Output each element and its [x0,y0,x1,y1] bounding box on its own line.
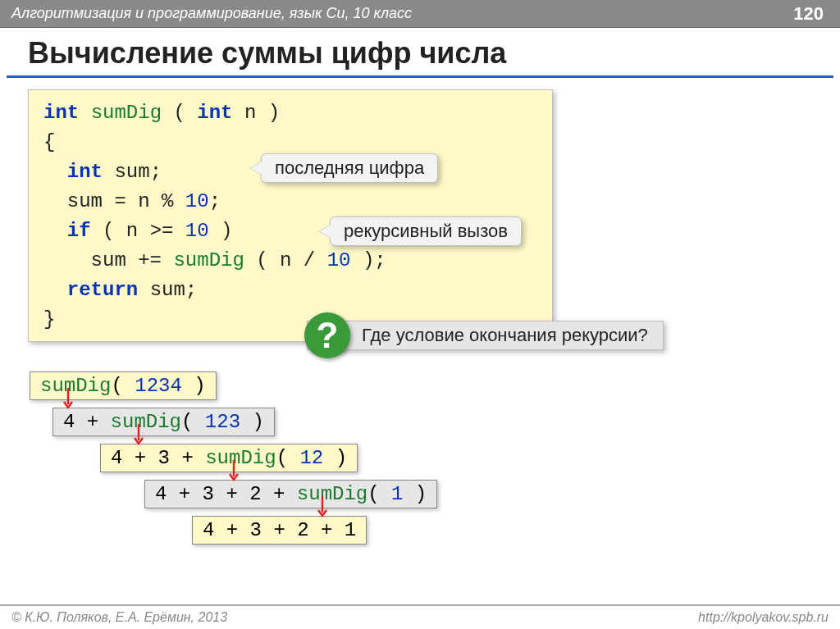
code-text: ) [403,483,427,505]
code-text: sum = n % [43,190,185,212]
code-text: ) [240,411,264,433]
code-text: ( [181,411,205,433]
num-literal: 10 [185,220,209,242]
kw-int: int [43,102,79,124]
copyright-text: © К.Ю. Поляков, Е.А. Ерёмин, 2013 [11,610,227,625]
trace-step-5: 4 + 3 + 2 + 1 [192,516,367,545]
kw-return: return [67,279,138,301]
question-text: Где условие окончания рекурсии? [362,325,648,345]
site-url-text: http://kpolyakov.spb.ru [698,610,829,625]
trace-step-3: 4 + 3 + sumDig( 12 ) [100,444,358,472]
slide-title: Вычисление суммы цифр числа [28,36,840,71]
num-literal: 12 [299,447,323,469]
code-text: sum += [43,249,173,271]
kw-int: int [67,161,103,183]
fn-sumdig: sumDig [91,102,162,124]
question-mark-icon: ? [304,312,350,358]
code-text: 4 + 3 + [111,447,205,469]
code-text: ; [209,190,221,212]
trace-step-2: 4 + sumDig( 123 ) [52,408,275,436]
num-literal: 123 [205,411,240,433]
slide-header: Алгоритмизация и программирование, язык … [0,0,840,28]
code-text: n ) [232,102,280,124]
code-text: ( [368,483,391,505]
num-literal: 1 [391,483,403,505]
code-text: ); [351,249,386,271]
code-text: ( [276,447,300,469]
fn-sumdig: sumDig [111,411,181,433]
code-text: ) [323,447,347,469]
num-literal: 10 [185,190,209,212]
callout-text: последняя цифра [275,157,424,178]
code-text: ) [209,220,233,242]
code-text: 4 + 3 + 2 + 1 [203,519,356,541]
callout-last-digit: последняя цифра [261,153,438,183]
fn-sumdig: sumDig [205,447,276,469]
callout-recursive-call: рекурсивный вызов [330,217,522,246]
code-text: ( n / [244,249,327,271]
num-literal: 10 [327,249,351,271]
trace-step-4: 4 + 3 + 2 + sumDig( 1 ) [144,480,437,508]
trace-step-1: sumDig( 1234 ) [30,371,217,400]
fn-sumdig: sumDig [40,375,111,397]
code-text: } [43,308,55,330]
code-text: ( [162,102,197,124]
code-text: ) [182,375,206,397]
content-area: int sumDig ( int n ) { int sum; sum = n … [28,89,840,342]
question-box: ? Где условие окончания рекурсии? [307,321,664,350]
slide-footer: © К.Ю. Поляков, Е.А. Ерёмин, 2013 http:/… [0,604,840,629]
kw-int: int [197,102,232,124]
callout-text: рекурсивный вызов [344,221,508,241]
course-text: Алгоритмизация и программирование, язык … [11,5,412,22]
page-number: 120 [793,3,824,25]
kw-if: if [67,220,91,242]
title-underline [7,75,833,78]
code-text: sum; [103,161,162,183]
code-text: 4 + [63,411,111,433]
code-text: ( [111,375,135,397]
code-text: sum; [138,279,197,301]
code-text: ( n >= [91,220,185,242]
fn-sumdig: sumDig [297,483,368,505]
fn-sumdig: sumDig [173,249,244,271]
num-literal: 1234 [135,375,182,397]
code-text: 4 + 3 + 2 + [155,483,297,505]
code-text: { [43,131,55,153]
code-block: int sumDig ( int n ) { int sum; sum = n … [28,89,553,342]
